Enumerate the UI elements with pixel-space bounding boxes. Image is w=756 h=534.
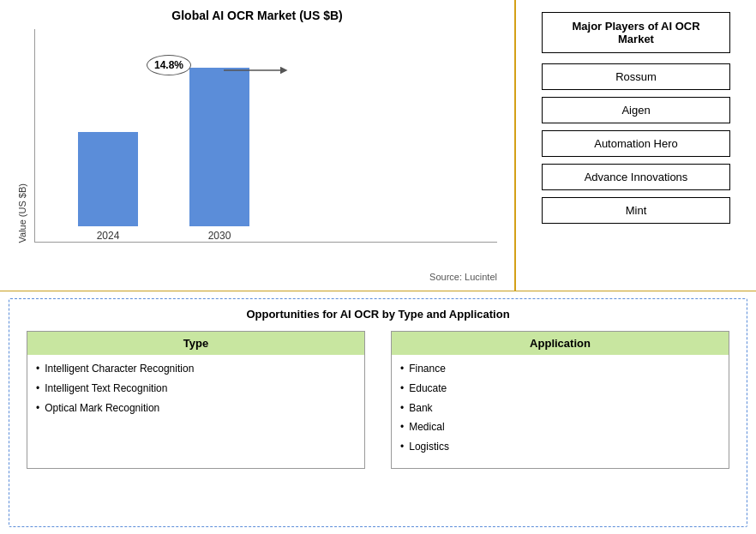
app-item-4: • Medical	[400, 420, 720, 435]
bar-2024: 2024	[78, 132, 138, 242]
type-items: • Intelligent Character Recognition • In…	[27, 362, 364, 415]
application-header: Application	[392, 332, 729, 355]
app-item-4-text: Medical	[409, 420, 444, 435]
app-item-3-text: Bank	[409, 401, 432, 416]
bottom-section: Opportunities for AI OCR by Type and App…	[9, 298, 747, 527]
bullet-a3: •	[400, 401, 404, 416]
y-axis-label: Value (US $B)	[17, 183, 27, 243]
bar-2030-rect	[189, 68, 249, 226]
player-aigen: Aigen	[542, 97, 730, 123]
type-item-2-text: Intelligent Text Recognition	[45, 381, 167, 396]
application-column: Application • Finance • Educate • Bank •…	[391, 331, 729, 469]
bar-2030-label: 2030	[208, 230, 231, 242]
bar-2024-label: 2024	[97, 230, 120, 242]
bar-2030: 2030	[189, 68, 249, 242]
bullet-3: •	[36, 401, 39, 416]
player-rossum: Rossum	[542, 63, 730, 90]
bullet-a4: •	[400, 420, 404, 435]
application-items: • Finance • Educate • Bank • Medical •	[392, 362, 729, 454]
bullet-2: •	[36, 381, 39, 396]
type-header: Type	[27, 332, 364, 355]
bars-area: 2024 2030 14.8%	[34, 29, 497, 243]
type-item-1-text: Intelligent Character Recognition	[45, 362, 194, 376]
app-item-2-text: Educate	[409, 381, 447, 396]
bars-row: 2024 2030 14.8%	[34, 29, 497, 243]
app-item-2: • Educate	[400, 381, 720, 396]
players-title: Major Players of AI OCR Market	[542, 12, 730, 53]
app-item-5: • Logistics	[400, 440, 720, 454]
type-item-3: • Optical Mark Recognition	[36, 401, 356, 416]
app-item-1: • Finance	[400, 362, 720, 376]
app-item-3: • Bank	[400, 401, 720, 416]
type-item-3-text: Optical Mark Recognition	[45, 401, 159, 416]
player-automation-hero: Automation Hero	[542, 130, 730, 157]
players-area: Major Players of AI OCR Market Rossum Ai…	[516, 0, 756, 291]
bottom-title: Opportunities for AI OCR by Type and App…	[27, 308, 729, 321]
bullet-1: •	[36, 362, 39, 376]
bullet-a5: •	[400, 440, 404, 454]
bar-2024-rect	[78, 132, 138, 226]
bullet-a1: •	[400, 362, 404, 376]
type-item-2: • Intelligent Text Recognition	[36, 381, 356, 396]
chart-area: Global AI OCR Market (US $B) Value (US $…	[0, 0, 516, 291]
player-advance-innovations: Advance Innovations	[542, 164, 730, 190]
app-item-5-text: Logistics	[409, 440, 449, 454]
type-column: Type • Intelligent Character Recognition…	[27, 331, 365, 469]
player-mint: Mint	[542, 197, 730, 224]
annotation-arrow	[224, 62, 292, 87]
bottom-cols: Type • Intelligent Character Recognition…	[27, 331, 729, 469]
annotation-bubble: 14.8%	[147, 55, 191, 75]
type-item-1: • Intelligent Character Recognition	[36, 362, 356, 376]
source-text: Source: Lucintel	[17, 272, 497, 282]
app-item-1-text: Finance	[409, 362, 446, 376]
chart-title: Global AI OCR Market (US $B)	[171, 9, 342, 22]
bullet-a2: •	[400, 381, 404, 396]
